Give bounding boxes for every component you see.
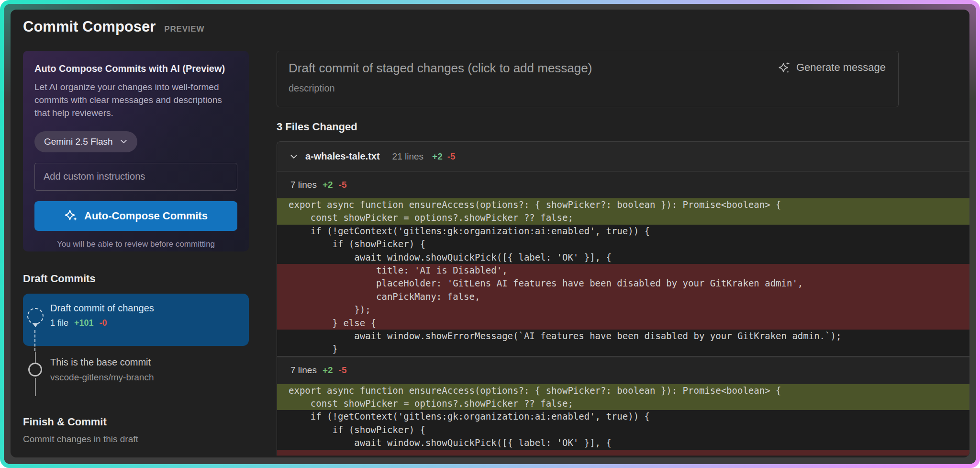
base-commit-branch: vscode-gitlens/my-branch <box>50 372 154 383</box>
commit-description-placeholder[interactable]: description <box>289 83 887 94</box>
hunks: 7 lines+2-5export async function ensureA… <box>277 171 969 456</box>
base-commit-title: This is the base commit <box>50 357 154 368</box>
custom-instructions-input[interactable] <box>34 163 237 191</box>
finish-commit-heading: Finish & Commit <box>23 416 249 428</box>
code-line-clipped <box>277 450 969 456</box>
file-additions: +2 <box>432 151 443 162</box>
additions-count: +101 <box>74 318 94 328</box>
panel-header: Commit Composer PREVIEW <box>11 10 969 39</box>
commit-graph: Draft commit of changes 1 file +101 -0 T… <box>23 294 249 396</box>
files-changed-heading: 3 Files Changed <box>277 121 969 133</box>
code-line: title: 'AI is Disabled', <box>277 264 969 277</box>
sparkle-icon <box>778 61 791 74</box>
frame-mat: Commit Composer PREVIEW Auto Compose Com… <box>4 4 976 464</box>
file-line-count: 21 lines <box>392 151 424 162</box>
base-commit-node-icon <box>28 363 42 377</box>
code-line: placeHolder: 'GitLens AI features have b… <box>277 277 969 290</box>
base-commit-item[interactable]: This is the base commit vscode-gitlens/m… <box>50 357 154 383</box>
auto-compose-button[interactable]: Auto-Compose Commits <box>34 201 237 231</box>
hunk-header[interactable]: 7 lines+2-5 <box>277 171 969 198</box>
gradient-frame: Commit Composer PREVIEW Auto Compose Com… <box>0 0 980 468</box>
commit-message-box[interactable]: Draft commit of staged changes (click to… <box>277 51 899 107</box>
diff-hunk: 7 lines+2-5export async function ensureA… <box>277 171 969 356</box>
hunk-additions: +2 <box>323 180 333 190</box>
graph-rail <box>35 352 36 363</box>
file-name: a-whales-tale.txt <box>305 151 380 162</box>
page-title: Commit Composer <box>23 18 156 35</box>
model-selector-dropdown[interactable]: Gemini 2.5 Flash <box>34 131 137 152</box>
hunk-line-count: 7 lines <box>290 180 317 190</box>
code-line: if (showPicker) { <box>277 423 969 436</box>
deletions-count: -0 <box>100 318 107 328</box>
draft-commit-stats: 1 file +101 -0 <box>50 318 240 328</box>
file-header-row[interactable]: a-whales-tale.txt 21 lines +2 -5 <box>277 142 969 171</box>
auto-compose-label: Auto-Compose Commits <box>84 210 208 222</box>
compose-helper-text: You will be able to review before commit… <box>34 240 237 249</box>
code-line: await window.showQuickPick([{ label: 'OK… <box>277 436 969 449</box>
sparkle-icon <box>64 209 78 223</box>
code-line: if (!getContext('gitlens:gk:organization… <box>277 225 969 238</box>
code-line: if (showPicker) { <box>277 238 969 251</box>
model-selector-value: Gemini 2.5 Flash <box>44 137 113 147</box>
file-deletions: -5 <box>447 151 456 162</box>
hunk-additions: +2 <box>323 365 333 376</box>
code-line: await window.showErrorMessage(`AI featur… <box>277 330 969 342</box>
ai-card-description: Let AI organize your changes into well-f… <box>34 81 237 120</box>
generate-message-label: Generate message <box>796 61 886 74</box>
ai-card-title: Auto Compose Commits with AI (Preview) <box>34 63 237 74</box>
code-line: canPickMany: false, <box>277 290 969 303</box>
code-line: export async function ensureAccess(optio… <box>277 384 969 397</box>
hunk-header[interactable]: 7 lines+2-5 <box>277 357 969 384</box>
draft-commit-item-selected[interactable]: Draft commit of changes 1 file +101 -0 <box>23 294 249 346</box>
diff-hunk: 7 lines+2-5export async function ensureA… <box>277 356 969 456</box>
generate-message-button[interactable]: Generate message <box>778 61 886 74</box>
ai-compose-card: Auto Compose Commits with AI (Preview) L… <box>23 51 249 251</box>
hunk-deletions: -5 <box>339 365 347 376</box>
hunk-deletions: -5 <box>339 180 347 190</box>
finish-commit-subtext: Commit changes in this draft <box>23 434 249 445</box>
sidebar: Auto Compose Commits with AI (Preview) L… <box>11 39 266 445</box>
file-diff-card: a-whales-tale.txt 21 lines +2 -5 7 lines… <box>277 141 969 456</box>
draft-commit-title: Draft commit of changes <box>50 303 240 314</box>
code-line: } else { <box>277 317 969 330</box>
draft-commit-node-icon <box>27 308 44 324</box>
draft-commits-heading: Draft Commits <box>23 273 249 285</box>
chevron-down-icon <box>120 137 128 146</box>
graph-dashed-rail <box>34 330 35 351</box>
main-content: Draft commit of staged changes (click to… <box>266 39 969 456</box>
file-count: 1 file <box>50 318 68 328</box>
code-line: if (!getContext('gitlens:gk:organization… <box>277 410 969 423</box>
chevron-down-icon[interactable] <box>290 152 298 161</box>
code-line: const showPicker = options?.showPicker ?… <box>277 211 969 224</box>
code-line: } <box>277 342 969 355</box>
code-line: const showPicker = options?.showPicker ?… <box>277 397 969 410</box>
code-line: export async function ensureAccess(optio… <box>277 198 969 211</box>
code-line: }); <box>277 303 969 316</box>
graph-rail <box>35 378 36 396</box>
preview-badge: PREVIEW <box>164 24 204 34</box>
hunk-line-count: 7 lines <box>290 365 317 376</box>
commit-composer-panel: Commit Composer PREVIEW Auto Compose Com… <box>11 10 969 457</box>
code-line: await window.showQuickPick([{ label: 'OK… <box>277 251 969 264</box>
